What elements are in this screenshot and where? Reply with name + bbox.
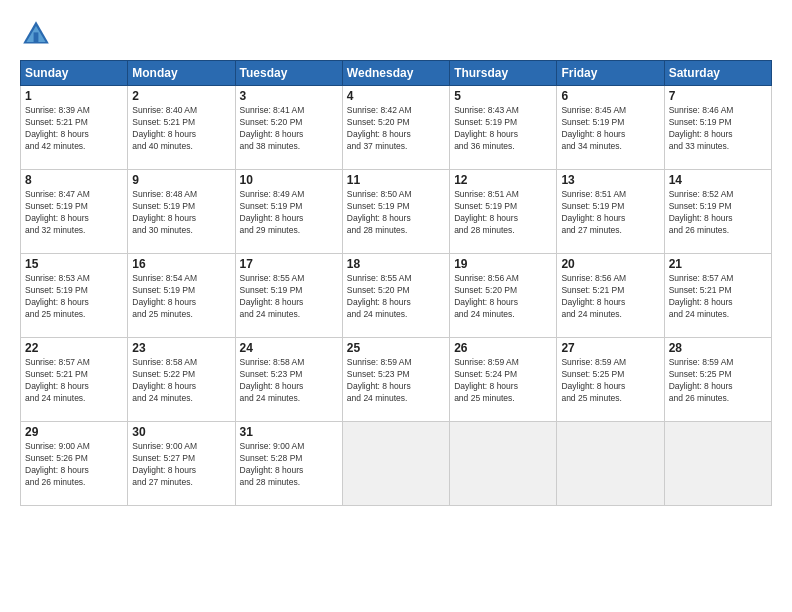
day-number: 15 <box>25 257 123 271</box>
weekday-header-tuesday: Tuesday <box>235 61 342 86</box>
calendar: SundayMondayTuesdayWednesdayThursdayFrid… <box>20 60 772 506</box>
day-info: Sunrise: 8:43 AMSunset: 5:19 PMDaylight:… <box>454 105 552 153</box>
day-number: 26 <box>454 341 552 355</box>
calendar-cell: 30Sunrise: 9:00 AMSunset: 5:27 PMDayligh… <box>128 422 235 506</box>
day-info: Sunrise: 8:57 AMSunset: 5:21 PMDaylight:… <box>25 357 123 405</box>
day-info: Sunrise: 8:58 AMSunset: 5:22 PMDaylight:… <box>132 357 230 405</box>
calendar-cell <box>342 422 449 506</box>
calendar-cell: 16Sunrise: 8:54 AMSunset: 5:19 PMDayligh… <box>128 254 235 338</box>
day-number: 30 <box>132 425 230 439</box>
calendar-cell: 3Sunrise: 8:41 AMSunset: 5:20 PMDaylight… <box>235 86 342 170</box>
calendar-cell: 23Sunrise: 8:58 AMSunset: 5:22 PMDayligh… <box>128 338 235 422</box>
calendar-cell: 7Sunrise: 8:46 AMSunset: 5:19 PMDaylight… <box>664 86 771 170</box>
weekday-header-monday: Monday <box>128 61 235 86</box>
weekday-header-saturday: Saturday <box>664 61 771 86</box>
day-info: Sunrise: 8:45 AMSunset: 5:19 PMDaylight:… <box>561 105 659 153</box>
calendar-cell: 11Sunrise: 8:50 AMSunset: 5:19 PMDayligh… <box>342 170 449 254</box>
calendar-cell: 5Sunrise: 8:43 AMSunset: 5:19 PMDaylight… <box>450 86 557 170</box>
day-info: Sunrise: 8:59 AMSunset: 5:24 PMDaylight:… <box>454 357 552 405</box>
day-info: Sunrise: 8:54 AMSunset: 5:19 PMDaylight:… <box>132 273 230 321</box>
svg-rect-2 <box>34 32 39 42</box>
calendar-cell: 24Sunrise: 8:58 AMSunset: 5:23 PMDayligh… <box>235 338 342 422</box>
day-number: 6 <box>561 89 659 103</box>
calendar-cell: 10Sunrise: 8:49 AMSunset: 5:19 PMDayligh… <box>235 170 342 254</box>
calendar-cell: 8Sunrise: 8:47 AMSunset: 5:19 PMDaylight… <box>21 170 128 254</box>
day-number: 1 <box>25 89 123 103</box>
calendar-cell: 17Sunrise: 8:55 AMSunset: 5:19 PMDayligh… <box>235 254 342 338</box>
calendar-cell: 18Sunrise: 8:55 AMSunset: 5:20 PMDayligh… <box>342 254 449 338</box>
day-info: Sunrise: 8:55 AMSunset: 5:19 PMDaylight:… <box>240 273 338 321</box>
day-number: 13 <box>561 173 659 187</box>
day-info: Sunrise: 8:47 AMSunset: 5:19 PMDaylight:… <box>25 189 123 237</box>
logo <box>20 18 56 50</box>
calendar-cell: 27Sunrise: 8:59 AMSunset: 5:25 PMDayligh… <box>557 338 664 422</box>
day-number: 23 <box>132 341 230 355</box>
calendar-cell: 13Sunrise: 8:51 AMSunset: 5:19 PMDayligh… <box>557 170 664 254</box>
day-info: Sunrise: 8:49 AMSunset: 5:19 PMDaylight:… <box>240 189 338 237</box>
day-number: 17 <box>240 257 338 271</box>
day-number: 24 <box>240 341 338 355</box>
day-number: 4 <box>347 89 445 103</box>
week-row-2: 8Sunrise: 8:47 AMSunset: 5:19 PMDaylight… <box>21 170 772 254</box>
weekday-header-wednesday: Wednesday <box>342 61 449 86</box>
day-number: 18 <box>347 257 445 271</box>
calendar-cell: 25Sunrise: 8:59 AMSunset: 5:23 PMDayligh… <box>342 338 449 422</box>
day-number: 8 <box>25 173 123 187</box>
day-number: 2 <box>132 89 230 103</box>
week-row-3: 15Sunrise: 8:53 AMSunset: 5:19 PMDayligh… <box>21 254 772 338</box>
calendar-cell: 19Sunrise: 8:56 AMSunset: 5:20 PMDayligh… <box>450 254 557 338</box>
day-info: Sunrise: 8:48 AMSunset: 5:19 PMDaylight:… <box>132 189 230 237</box>
week-row-4: 22Sunrise: 8:57 AMSunset: 5:21 PMDayligh… <box>21 338 772 422</box>
calendar-cell <box>450 422 557 506</box>
day-info: Sunrise: 8:39 AMSunset: 5:21 PMDaylight:… <box>25 105 123 153</box>
day-number: 29 <box>25 425 123 439</box>
day-info: Sunrise: 8:46 AMSunset: 5:19 PMDaylight:… <box>669 105 767 153</box>
day-info: Sunrise: 8:51 AMSunset: 5:19 PMDaylight:… <box>561 189 659 237</box>
day-info: Sunrise: 8:52 AMSunset: 5:19 PMDaylight:… <box>669 189 767 237</box>
day-number: 9 <box>132 173 230 187</box>
calendar-cell: 28Sunrise: 8:59 AMSunset: 5:25 PMDayligh… <box>664 338 771 422</box>
page: SundayMondayTuesdayWednesdayThursdayFrid… <box>0 0 792 612</box>
day-info: Sunrise: 8:59 AMSunset: 5:25 PMDaylight:… <box>669 357 767 405</box>
day-info: Sunrise: 8:59 AMSunset: 5:23 PMDaylight:… <box>347 357 445 405</box>
calendar-cell: 20Sunrise: 8:56 AMSunset: 5:21 PMDayligh… <box>557 254 664 338</box>
day-number: 11 <box>347 173 445 187</box>
calendar-cell: 6Sunrise: 8:45 AMSunset: 5:19 PMDaylight… <box>557 86 664 170</box>
day-info: Sunrise: 8:53 AMSunset: 5:19 PMDaylight:… <box>25 273 123 321</box>
day-info: Sunrise: 8:51 AMSunset: 5:19 PMDaylight:… <box>454 189 552 237</box>
day-number: 28 <box>669 341 767 355</box>
day-info: Sunrise: 8:57 AMSunset: 5:21 PMDaylight:… <box>669 273 767 321</box>
week-row-1: 1Sunrise: 8:39 AMSunset: 5:21 PMDaylight… <box>21 86 772 170</box>
day-info: Sunrise: 9:00 AMSunset: 5:26 PMDaylight:… <box>25 441 123 489</box>
calendar-cell: 15Sunrise: 8:53 AMSunset: 5:19 PMDayligh… <box>21 254 128 338</box>
day-info: Sunrise: 8:40 AMSunset: 5:21 PMDaylight:… <box>132 105 230 153</box>
day-info: Sunrise: 8:55 AMSunset: 5:20 PMDaylight:… <box>347 273 445 321</box>
day-number: 22 <box>25 341 123 355</box>
calendar-cell: 31Sunrise: 9:00 AMSunset: 5:28 PMDayligh… <box>235 422 342 506</box>
day-number: 3 <box>240 89 338 103</box>
day-info: Sunrise: 9:00 AMSunset: 5:28 PMDaylight:… <box>240 441 338 489</box>
logo-icon <box>20 18 52 50</box>
header <box>20 18 772 50</box>
calendar-cell: 29Sunrise: 9:00 AMSunset: 5:26 PMDayligh… <box>21 422 128 506</box>
day-number: 25 <box>347 341 445 355</box>
day-number: 5 <box>454 89 552 103</box>
day-info: Sunrise: 8:59 AMSunset: 5:25 PMDaylight:… <box>561 357 659 405</box>
calendar-cell: 4Sunrise: 8:42 AMSunset: 5:20 PMDaylight… <box>342 86 449 170</box>
day-number: 12 <box>454 173 552 187</box>
day-number: 10 <box>240 173 338 187</box>
day-number: 21 <box>669 257 767 271</box>
day-info: Sunrise: 8:41 AMSunset: 5:20 PMDaylight:… <box>240 105 338 153</box>
week-row-5: 29Sunrise: 9:00 AMSunset: 5:26 PMDayligh… <box>21 422 772 506</box>
calendar-cell: 2Sunrise: 8:40 AMSunset: 5:21 PMDaylight… <box>128 86 235 170</box>
weekday-header-friday: Friday <box>557 61 664 86</box>
calendar-cell <box>557 422 664 506</box>
calendar-cell: 22Sunrise: 8:57 AMSunset: 5:21 PMDayligh… <box>21 338 128 422</box>
day-number: 19 <box>454 257 552 271</box>
day-info: Sunrise: 9:00 AMSunset: 5:27 PMDaylight:… <box>132 441 230 489</box>
day-info: Sunrise: 8:50 AMSunset: 5:19 PMDaylight:… <box>347 189 445 237</box>
calendar-cell: 9Sunrise: 8:48 AMSunset: 5:19 PMDaylight… <box>128 170 235 254</box>
weekday-header-sunday: Sunday <box>21 61 128 86</box>
weekday-header-row: SundayMondayTuesdayWednesdayThursdayFrid… <box>21 61 772 86</box>
calendar-cell: 26Sunrise: 8:59 AMSunset: 5:24 PMDayligh… <box>450 338 557 422</box>
